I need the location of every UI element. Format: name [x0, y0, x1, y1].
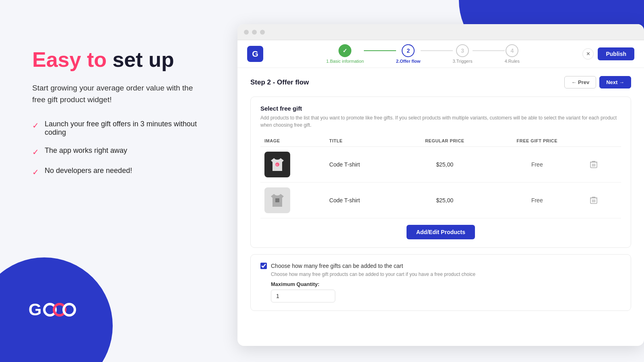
subtitle: Start growing your average order value w…: [32, 82, 205, 105]
step-4: 4 4.Rules: [505, 44, 520, 64]
checklist: ✓ Launch your free gift offers in 3 minu…: [32, 120, 205, 177]
step-label-2: 2.Offer flow: [396, 59, 421, 64]
col-image: IMAGE: [260, 135, 325, 147]
step-3: 3 3.Triggers: [453, 44, 473, 64]
header-actions: × Publish: [582, 47, 634, 60]
headline-rest: set up: [107, 48, 174, 71]
check-icon-1: ✓: [32, 121, 39, 130]
step-2: 2 2.Offer flow: [396, 44, 421, 64]
select-gift-card: Select free gift Add products to the lis…: [250, 97, 631, 248]
product-title-2: Code T-shirt: [325, 183, 399, 218]
browser-dot-2: [252, 30, 257, 35]
browser-dot-1: [244, 30, 249, 35]
step-line-1: [364, 50, 396, 51]
col-actions: [584, 135, 621, 147]
product-img-cell-1: G: [260, 147, 325, 183]
delete-button-1[interactable]: [588, 159, 599, 170]
prev-button[interactable]: ← Prev: [564, 76, 596, 88]
publish-button[interactable]: Publish: [598, 47, 634, 60]
card-title: Select free gift: [260, 105, 621, 112]
checklist-item-2: ✓ The app works right away: [32, 146, 205, 157]
step-line-3: [473, 50, 505, 51]
step-label-4: 4.Rules: [505, 59, 520, 64]
product-price-2: $25,00: [399, 183, 490, 218]
logo-rings: [43, 303, 76, 317]
step-line-2: [421, 50, 453, 51]
checklist-item-1: ✓ Launch your free gift offers in 3 minu…: [32, 120, 205, 137]
max-quantity-input[interactable]: [271, 290, 335, 302]
checkbox-hint: Choose how many free gift products can b…: [271, 272, 621, 277]
table-row: G Code T-shirt $25,00 Free: [260, 147, 621, 183]
table-row: Code T-shirt $25,00 Free: [260, 183, 621, 218]
nav-buttons: ← Prev Next →: [564, 76, 631, 88]
gift-table: IMAGE TITLE REGULAR PRICE FREE GIFT PRIC…: [260, 135, 621, 218]
checkbox-card: Choose how many free gifts can be added …: [250, 254, 631, 311]
checkbox-row: Choose how many free gifts can be added …: [260, 263, 621, 269]
product-img-cell-2: [260, 183, 325, 218]
checklist-item-3: ✓ No developers are needed!: [32, 167, 205, 177]
step-circle-2: 2: [402, 44, 415, 57]
step-label-1: 1.Basic information: [326, 59, 364, 64]
delete-cell-2: [584, 183, 621, 218]
step-header: Step 2 - Offer flow ← Prev Next →: [250, 76, 631, 88]
product-title-1: Code T-shirt: [325, 147, 399, 183]
close-button[interactable]: ×: [582, 48, 594, 60]
app-content: Step 2 - Offer flow ← Prev Next → Select…: [237, 68, 644, 346]
checklist-text-2: The app works right away: [45, 146, 127, 155]
check-icon-3: ✓: [32, 167, 39, 177]
product-price-1: $25,00: [399, 147, 490, 183]
logo-letter: G: [29, 300, 42, 319]
next-button[interactable]: Next →: [599, 76, 631, 88]
card-description: Add products to the list that you want t…: [260, 114, 621, 129]
checklist-text-3: No developers are needed!: [45, 167, 132, 175]
browser-bar: [237, 24, 644, 40]
svg-rect-7: [275, 198, 279, 202]
ring-3: [62, 303, 76, 317]
col-title: TITLE: [325, 135, 399, 147]
gift-quantity-checkbox[interactable]: [260, 263, 267, 269]
col-regular-price: REGULAR PRICE: [399, 135, 490, 147]
delete-button-2[interactable]: [588, 195, 599, 206]
step-circle-1: ✓: [339, 44, 351, 57]
checklist-text-1: Launch your free gift offers in 3 minute…: [45, 120, 205, 137]
product-gift-price-1: Free: [490, 147, 584, 183]
add-products-button[interactable]: Add/Edit Products: [407, 225, 475, 239]
table-header-row: IMAGE TITLE REGULAR PRICE FREE GIFT PRIC…: [260, 135, 621, 147]
headline: Easy to set up: [32, 48, 205, 71]
logo-circle: G: [12, 269, 93, 350]
check-icon-2: ✓: [32, 147, 39, 157]
stepper: ✓ 1.Basic information 2 2.Offer flow 3 3…: [263, 44, 582, 64]
checkbox-label: Choose how many free gifts can be added …: [271, 263, 403, 269]
step-1: ✓ 1.Basic information: [326, 44, 364, 64]
logo: G: [29, 300, 76, 319]
delete-cell-1: [584, 147, 621, 183]
app-logo-letter: G: [252, 49, 258, 59]
browser-mockup: G ✓ 1.Basic information 2 2.Offer flow 3…: [237, 24, 644, 346]
browser-dot-3: [260, 30, 265, 35]
svg-text:G: G: [276, 164, 278, 166]
product-gift-price-2: Free: [490, 183, 584, 218]
col-gift-price: FREE GIFT PRICE: [490, 135, 584, 147]
step-label-3: 3.Triggers: [453, 59, 473, 64]
headline-to: to: [81, 48, 107, 71]
product-image-1: G: [264, 152, 290, 177]
step-circle-4: 4: [506, 44, 518, 57]
product-image-2: [264, 187, 290, 213]
app-logo: G: [247, 46, 263, 62]
step-title: Step 2 - Offer flow: [250, 78, 309, 86]
step-circle-3: 3: [456, 44, 469, 57]
app-header: G ✓ 1.Basic information 2 2.Offer flow 3…: [237, 40, 644, 68]
qty-label: Maximum Quantity:: [271, 281, 621, 287]
headline-easy: Easy: [32, 48, 81, 71]
